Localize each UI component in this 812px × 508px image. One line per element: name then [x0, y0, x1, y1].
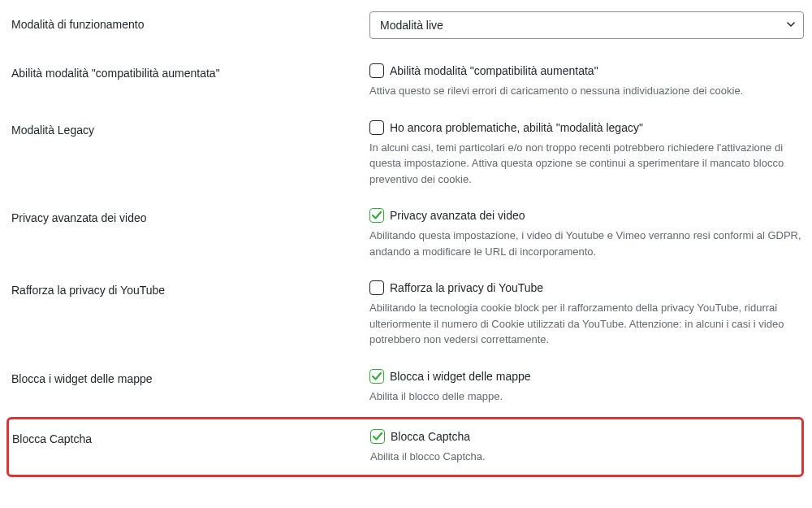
- checkbox-row-youtube-privacy: Rafforza la privacy di YouTube: [369, 280, 804, 295]
- control-youtube-privacy: Rafforza la privacy di YouTube Abilitand…: [369, 280, 804, 348]
- checkbox-label-augmented-compat[interactable]: Abilità modalità "compatibilità aumentat…: [390, 64, 598, 77]
- control-video-privacy: Privacy avanzata dei video Abilitando qu…: [369, 208, 804, 259]
- select-wrapper: Modalità live: [369, 11, 804, 39]
- checkbox-youtube-privacy[interactable]: [369, 280, 384, 295]
- control-block-maps: Blocca i widget delle mappe Abilita il b…: [369, 369, 804, 405]
- setting-row-operation-mode: Modalità di funzionamento Modalità live: [8, 8, 804, 50]
- settings-form: Modalità di funzionamento Modalità live …: [8, 8, 804, 477]
- description-youtube-privacy: Abilitando la tecnologia cookie block pe…: [369, 300, 804, 348]
- checkbox-label-block-captcha[interactable]: Blocca Captcha: [391, 430, 470, 443]
- control-block-captcha: Blocca Captcha Abilita il blocco Captcha…: [370, 429, 798, 465]
- description-block-maps: Abilita il blocco delle mappe.: [369, 389, 804, 405]
- checkbox-augmented-compat[interactable]: [369, 63, 384, 78]
- setting-row-legacy-mode: Modalità Legacy Ho ancora problematiche,…: [8, 107, 804, 196]
- description-block-captcha: Abilita il blocco Captcha.: [370, 449, 798, 465]
- checkbox-label-video-privacy[interactable]: Privacy avanzata dei video: [390, 209, 525, 222]
- control-operation-mode: Modalità live: [369, 11, 804, 39]
- control-legacy-mode: Ho ancora problematiche, abilità "modali…: [369, 120, 804, 188]
- setting-row-block-captcha: Blocca Captcha Blocca Captcha Abilita il…: [9, 429, 798, 465]
- label-video-privacy: Privacy avanzata dei video: [8, 208, 369, 224]
- label-block-captcha: Blocca Captcha: [9, 429, 370, 445]
- setting-row-augmented-compat: Abilità modalità "compatibilità aumentat…: [8, 50, 804, 107]
- label-operation-mode: Modalità di funzionamento: [8, 11, 369, 31]
- description-video-privacy: Abilitando questa impostazione, i video …: [369, 228, 804, 259]
- checkbox-row-video-privacy: Privacy avanzata dei video: [369, 208, 804, 223]
- checkbox-label-block-maps[interactable]: Blocca i widget delle mappe: [390, 370, 531, 383]
- highlighted-row-block-captcha: Blocca Captcha Blocca Captcha Abilita il…: [6, 417, 804, 477]
- checkbox-block-maps[interactable]: [369, 369, 384, 384]
- select-operation-mode[interactable]: Modalità live: [369, 11, 804, 39]
- checkbox-row-legacy-mode: Ho ancora problematiche, abilità "modali…: [369, 120, 804, 135]
- control-augmented-compat: Abilità modalità "compatibilità aumentat…: [369, 63, 804, 99]
- label-augmented-compat: Abilità modalità "compatibilità aumentat…: [8, 63, 369, 80]
- description-legacy-mode: In alcuni casi, temi particolari e/o non…: [369, 140, 804, 188]
- checkbox-row-augmented-compat: Abilità modalità "compatibilità aumentat…: [369, 63, 804, 78]
- checkbox-legacy-mode[interactable]: [369, 120, 384, 135]
- label-youtube-privacy: Rafforza la privacy di YouTube: [8, 280, 369, 297]
- checkbox-row-block-maps: Blocca i widget delle mappe: [369, 369, 804, 384]
- description-augmented-compat: Attiva questo se rilevi errori di carica…: [369, 83, 804, 99]
- checkbox-row-block-captcha: Blocca Captcha: [370, 429, 798, 444]
- setting-row-video-privacy: Privacy avanzata dei video Privacy avanz…: [8, 195, 804, 267]
- label-block-maps: Blocca i widget delle mappe: [8, 369, 369, 385]
- checkbox-label-legacy-mode[interactable]: Ho ancora problematiche, abilità "modali…: [390, 121, 643, 134]
- label-legacy-mode: Modalità Legacy: [8, 120, 369, 137]
- setting-row-youtube-privacy: Rafforza la privacy di YouTube Rafforza …: [8, 267, 804, 356]
- checkbox-block-captcha[interactable]: [370, 429, 385, 444]
- checkbox-video-privacy[interactable]: [369, 208, 384, 223]
- checkbox-label-youtube-privacy[interactable]: Rafforza la privacy di YouTube: [390, 281, 543, 294]
- setting-row-block-maps: Blocca i widget delle mappe Blocca i wid…: [8, 356, 804, 413]
